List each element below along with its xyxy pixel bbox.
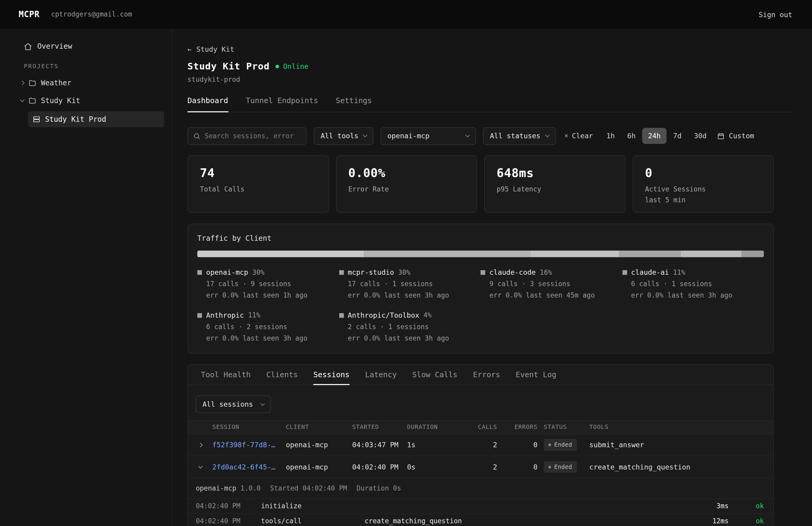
online-status-dot bbox=[275, 65, 279, 68]
session-client: openai-mcp bbox=[286, 463, 352, 471]
client-percent: 16% bbox=[540, 268, 552, 277]
client-calls: 6 calls · 2 sessions bbox=[206, 323, 339, 331]
tab-dashboard[interactable]: Dashboard bbox=[187, 95, 228, 112]
clear-filters-button[interactable]: ✕ Clear bbox=[565, 132, 593, 140]
session-row[interactable]: f52f398f-77d8-… openai-mcp 04:03:47 PM 1… bbox=[188, 434, 773, 456]
detail-duration: Duration0s bbox=[357, 484, 401, 493]
tab-errors[interactable]: Errors bbox=[473, 365, 500, 385]
session-errors: 0 bbox=[497, 441, 537, 449]
event-time: 04:02:40 PM bbox=[196, 517, 261, 526]
topbar: MCPR cptrodgers@gmail.com Sign out bbox=[0, 0, 812, 29]
traffic-by-client-panel: Traffic by Client openai-mcp30% 17 calls… bbox=[187, 223, 773, 354]
back-link[interactable]: ← Study Kit bbox=[187, 45, 234, 54]
client-calls: 6 calls · 1 sessions bbox=[631, 280, 764, 288]
column-session: SESSION bbox=[212, 423, 286, 431]
sidebar-item-label: Study Kit Prod bbox=[45, 115, 106, 124]
calendar-icon bbox=[717, 132, 725, 139]
sidebar-item-label: Study Kit bbox=[41, 96, 80, 105]
tab-tool-health[interactable]: Tool Health bbox=[201, 365, 250, 385]
tab-slow-calls[interactable]: Slow Calls bbox=[412, 365, 458, 385]
back-link-label: Study Kit bbox=[197, 45, 234, 54]
custom-range-button[interactable]: Custom bbox=[717, 132, 754, 140]
client-percent: 11% bbox=[248, 311, 260, 319]
session-id-link[interactable]: 2fd0ac42-6f45-… bbox=[212, 463, 286, 471]
page-title: Study Kit Prod bbox=[187, 60, 270, 72]
projects-section-label: PROJECTS bbox=[0, 62, 172, 70]
range-30d[interactable]: 30d bbox=[688, 128, 712, 144]
chevron-down-icon bbox=[466, 133, 470, 138]
sidebar-item-study-kit-prod[interactable]: Study Kit Prod bbox=[28, 111, 164, 127]
traffic-bar-segment bbox=[364, 251, 531, 257]
client-last-seen: err 0.0% last seen 3h ago bbox=[206, 334, 339, 343]
statuses-dropdown[interactable]: All statuses bbox=[483, 127, 556, 145]
range-24h[interactable]: 24h bbox=[642, 128, 666, 144]
tab-clients[interactable]: Clients bbox=[266, 365, 298, 385]
session-errors: 0 bbox=[497, 463, 537, 471]
legend-swatch bbox=[339, 313, 344, 317]
stat-label: p95 Latency bbox=[496, 185, 613, 194]
sidebar-item-study-kit[interactable]: Study Kit bbox=[0, 92, 172, 109]
tab-latency[interactable]: Latency bbox=[365, 365, 397, 385]
home-icon bbox=[24, 42, 32, 51]
search-box[interactable] bbox=[187, 127, 306, 145]
folder-icon bbox=[29, 97, 37, 105]
client-name: claude-ai bbox=[631, 268, 669, 277]
client-last-seen: err 0.0% last seen 45m ago bbox=[489, 291, 622, 300]
sign-out-button[interactable]: Sign out bbox=[759, 10, 793, 19]
column-started: STARTED bbox=[352, 423, 407, 431]
chevron-right-icon bbox=[20, 81, 25, 85]
range-6h[interactable]: 6h bbox=[622, 128, 641, 144]
filter-bar: All tools openai-mcp All statuses ✕ Clea… bbox=[187, 127, 792, 145]
expand-row-icon[interactable] bbox=[198, 443, 202, 447]
app-logo[interactable]: MCPR bbox=[19, 9, 40, 19]
sessions-panel: Tool Health Clients Sessions Latency Slo… bbox=[187, 364, 773, 526]
legend-swatch bbox=[622, 270, 627, 275]
tools-dropdown[interactable]: All tools bbox=[314, 127, 373, 145]
search-input[interactable] bbox=[204, 132, 301, 140]
sidebar-item-label: Weather bbox=[41, 78, 72, 88]
client-last-seen: err 0.0% last seen 3h ago bbox=[631, 291, 764, 300]
client-last-seen: err 0.0% last seen 1h ago bbox=[206, 291, 339, 300]
range-7d[interactable]: 7d bbox=[667, 128, 687, 144]
sidebar-item-overview[interactable]: Overview bbox=[0, 37, 172, 56]
search-icon bbox=[193, 132, 200, 139]
legend-swatch bbox=[339, 270, 344, 275]
session-tools: submit_answer bbox=[590, 441, 773, 449]
tab-tunnel-endpoints[interactable]: Tunnel Endpoints bbox=[246, 95, 318, 112]
client-percent: 11% bbox=[673, 268, 685, 277]
client-last-seen: err 0.0% last seen 3h ago bbox=[348, 291, 481, 300]
traffic-legend: openai-mcp30% 17 calls · 9 sessions err … bbox=[197, 268, 764, 343]
status-dot bbox=[549, 466, 551, 468]
range-1h[interactable]: 1h bbox=[600, 128, 620, 144]
tab-event-log[interactable]: Event Log bbox=[516, 365, 556, 385]
collapse-row-icon[interactable] bbox=[198, 464, 202, 469]
detail-client: openai-mcp bbox=[196, 484, 236, 493]
stat-value: 0 bbox=[645, 166, 762, 181]
client-percent: 30% bbox=[398, 268, 410, 277]
traffic-client-claude-code: claude-code16% 9 calls · 3 sessions err … bbox=[481, 268, 622, 300]
client-name: claude-code bbox=[489, 268, 536, 277]
client-calls: 17 calls · 9 sessions bbox=[206, 280, 339, 288]
stat-cards: 74 Total Calls 0.00% Error Rate 648ms p9… bbox=[187, 155, 773, 212]
tools-dropdown-value: All tools bbox=[321, 132, 359, 140]
traffic-client-anthropic-toolbox: Anthropic/Toolbox4% 2 calls · 1 sessions… bbox=[339, 311, 481, 343]
traffic-bar-segment bbox=[742, 251, 764, 257]
tab-sessions[interactable]: Sessions bbox=[314, 365, 349, 385]
stat-error-rate: 0.00% Error Rate bbox=[336, 155, 477, 212]
tab-settings[interactable]: Settings bbox=[336, 95, 372, 112]
column-status: STATUS bbox=[537, 423, 589, 431]
client-last-seen: err 0.0% last seen 3h ago bbox=[348, 334, 481, 343]
status-dot bbox=[549, 444, 551, 446]
client-percent: 30% bbox=[252, 268, 264, 277]
stat-value: 0.00% bbox=[348, 166, 465, 181]
sessions-filter-dropdown[interactable]: All sessions bbox=[196, 395, 271, 413]
client-select[interactable]: openai-mcp bbox=[381, 127, 476, 145]
close-icon: ✕ bbox=[565, 132, 568, 140]
session-row[interactable]: 2fd0ac42-6f45-… openai-mcp 04:02:40 PM 0… bbox=[188, 456, 773, 478]
sidebar-item-weather[interactable]: Weather bbox=[0, 74, 172, 92]
session-duration: 0s bbox=[407, 463, 459, 471]
event-row: 04:02:40 PM initialize 3ms ok bbox=[188, 499, 773, 514]
session-id-link[interactable]: f52f398f-77d8-… bbox=[212, 441, 286, 449]
client-name: openai-mcp bbox=[206, 268, 248, 277]
event-time: 04:02:40 PM bbox=[196, 502, 261, 511]
